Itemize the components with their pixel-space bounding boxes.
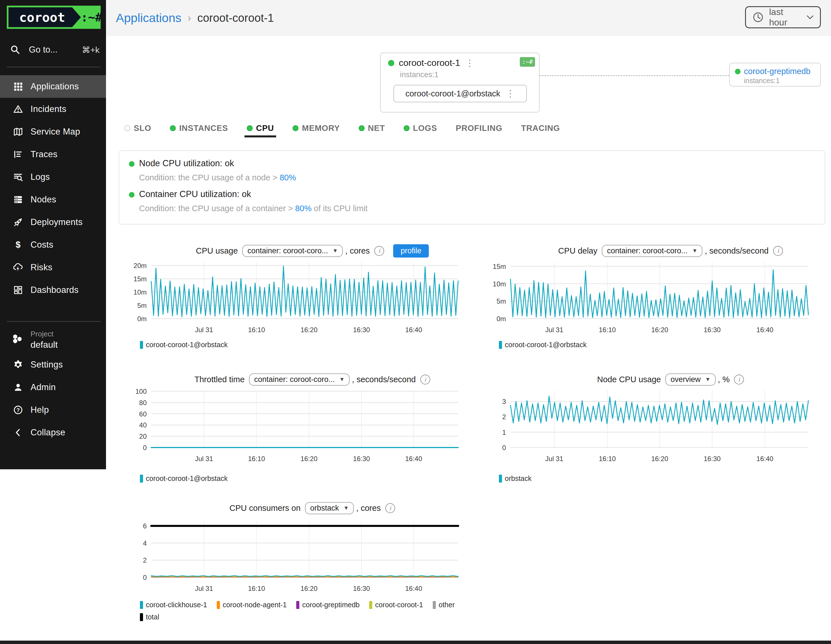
project-switcher[interactable]: Project default bbox=[0, 328, 106, 352]
sidebar-item-costs[interactable]: $Costs bbox=[0, 234, 106, 256]
tab-label: INSTANCES bbox=[179, 124, 228, 133]
x-tick-label: 16:20 bbox=[301, 455, 317, 462]
y-tick-label: 2 bbox=[502, 413, 506, 421]
kebab-menu-icon[interactable]: ⋮ bbox=[465, 59, 474, 68]
status-dot bbox=[388, 60, 394, 66]
tab-instances[interactable]: INSTANCES bbox=[170, 124, 228, 133]
sidebar-item-nodes[interactable]: Nodes bbox=[0, 188, 106, 211]
legend-item-coroot-coroot-1[interactable]: coroot-coroot-1 bbox=[369, 601, 423, 609]
sidebar-item-label: Settings bbox=[30, 360, 63, 370]
project-name: default bbox=[30, 340, 58, 350]
breadcrumb-current: coroot-coroot-1 bbox=[197, 11, 274, 24]
x-tick-label: 16:10 bbox=[599, 455, 616, 462]
tab-cpu[interactable]: CPU bbox=[247, 124, 274, 133]
series-coroot-node-agent-1 bbox=[151, 577, 458, 577]
node-cpu-usage-plot[interactable]: Jul 3116:1016:2016:3016:400123 bbox=[478, 370, 831, 472]
sidebar-item-settings[interactable]: Settings bbox=[0, 353, 106, 376]
tab-logs[interactable]: LOGS bbox=[404, 124, 437, 133]
legend-swatch bbox=[140, 475, 143, 483]
throttled-time-plot[interactable]: Jul 3116:1016:2016:3016:40020406080100 bbox=[119, 370, 473, 472]
x-tick-label: Jul 31 bbox=[545, 455, 564, 462]
sidebar-item-service-map[interactable]: Service Map bbox=[0, 120, 106, 143]
sidebar-item-collapse[interactable]: Collapse bbox=[0, 421, 106, 444]
y-tick-label: 1 bbox=[502, 429, 506, 436]
check-threshold-link[interactable]: 80% bbox=[280, 173, 296, 182]
tab-memory[interactable]: MEMORY bbox=[293, 124, 340, 133]
tab-tracing[interactable]: TRACING bbox=[521, 124, 560, 133]
app-card-coroot-greptimedb[interactable]: coroot-greptimedb instances:1 bbox=[729, 63, 821, 86]
sidebar-item-deployments[interactable]: Deployments bbox=[0, 211, 106, 234]
legend-item-coroot-coroot-1@orbstack[interactable]: coroot-coroot-1@orbstack bbox=[499, 341, 586, 349]
y-tick-label: 10m bbox=[134, 289, 147, 296]
person-icon bbox=[12, 382, 24, 393]
x-tick-label: 16:40 bbox=[756, 455, 773, 462]
legend-item-orbstack[interactable]: orbstack bbox=[499, 474, 532, 483]
legend-item-total[interactable]: total bbox=[140, 613, 159, 621]
checks-panel: Node CPU utilization: okCondition: the C… bbox=[119, 150, 825, 225]
tab-net[interactable]: NET bbox=[359, 124, 385, 133]
legend-item-coroot-clickhouse-1[interactable]: coroot-clickhouse-1 bbox=[140, 601, 207, 609]
y-tick-label: 20 bbox=[139, 432, 147, 440]
instance-pill[interactable]: coroot-coroot-1@orbstack ⋮ bbox=[393, 85, 527, 102]
app-card-coroot-coroot-1[interactable]: coroot-coroot-1 ⋮ :~# instances:1 coroot… bbox=[380, 53, 540, 113]
linked-app-link[interactable]: coroot-greptimedb bbox=[744, 67, 810, 76]
legend-swatch bbox=[140, 341, 143, 349]
time-range-picker[interactable]: last hour bbox=[745, 6, 821, 28]
check-condition: Condition: the CPU usage of a container … bbox=[139, 204, 368, 213]
legend-label: coroot-greptimedb bbox=[302, 601, 360, 609]
legend-item-coroot-node-agent-1[interactable]: coroot-node-agent-1 bbox=[217, 601, 287, 609]
tab-profiling[interactable]: PROFILING bbox=[455, 124, 502, 133]
legend-item-coroot-coroot-1@orbstack[interactable]: coroot-coroot-1@orbstack bbox=[140, 341, 228, 349]
sidebar-item-help[interactable]: ?Help bbox=[0, 399, 106, 421]
coroot-logo[interactable]: coroot :~# bbox=[7, 6, 100, 29]
cpu-delay-plot[interactable]: Jul 3116:1016:2016:3016:400m5m10m15m bbox=[478, 242, 831, 339]
sidebar-item-dashboards[interactable]: Dashboards bbox=[0, 279, 106, 301]
breadcrumb-applications-link[interactable]: Applications bbox=[116, 11, 181, 25]
tab-status-dot bbox=[293, 125, 298, 131]
y-tick-label: 5m bbox=[497, 297, 506, 305]
legend-swatch bbox=[217, 601, 220, 609]
tab-status-dot bbox=[124, 125, 130, 131]
x-tick-label: 16:40 bbox=[405, 326, 422, 333]
series-orbstack bbox=[511, 396, 809, 424]
warning-icon bbox=[12, 104, 24, 115]
x-tick-label: 16:30 bbox=[353, 326, 370, 333]
project-icon bbox=[12, 333, 24, 352]
dependency-connector bbox=[539, 75, 729, 76]
sidebar-item-risks[interactable]: Risks bbox=[0, 256, 106, 279]
legend-item-coroot-greptimedb[interactable]: coroot-greptimedb bbox=[296, 601, 360, 609]
chart-legend: coroot-coroot-1@orbstack bbox=[140, 474, 228, 483]
legend-item-coroot-coroot-1@orbstack[interactable]: coroot-coroot-1@orbstack bbox=[140, 474, 228, 483]
tab-label: CPU bbox=[256, 124, 274, 133]
check-title: Container CPU utilization: ok bbox=[139, 189, 368, 199]
tab-label: PROFILING bbox=[455, 124, 502, 133]
sidebar-item-applications[interactable]: Applications bbox=[0, 75, 106, 98]
sidebar-item-label: Deployments bbox=[30, 217, 83, 227]
sidebar-item-logs[interactable]: Logs bbox=[0, 166, 106, 188]
x-tick-label: 16:10 bbox=[248, 455, 265, 462]
y-tick-label: 3 bbox=[502, 398, 506, 405]
x-tick-label: Jul 31 bbox=[195, 326, 213, 333]
sidebar-item-traces[interactable]: Traces bbox=[0, 143, 106, 166]
legend-item-other[interactable]: other bbox=[433, 601, 455, 609]
sidebar-item-admin[interactable]: Admin bbox=[0, 376, 106, 399]
gear-icon bbox=[12, 359, 24, 370]
check-title: Node CPU utilization: ok bbox=[139, 158, 296, 169]
y-tick-label: 80 bbox=[139, 399, 147, 406]
map-icon bbox=[12, 126, 24, 137]
traces-icon bbox=[12, 149, 24, 160]
tab-slo[interactable]: SLO bbox=[124, 124, 151, 133]
tab-label: NET bbox=[368, 124, 385, 133]
sidebar-item-incidents[interactable]: Incidents bbox=[0, 98, 106, 120]
x-tick-label: 16:30 bbox=[704, 455, 721, 462]
check-threshold-link[interactable]: 80% bbox=[295, 204, 312, 213]
sidebar-item-label: Nodes bbox=[30, 194, 56, 205]
y-tick-label: 0 bbox=[502, 444, 506, 451]
cpu-consumers-plot[interactable]: Jul 3116:1016:2016:3016:400246 bbox=[119, 499, 473, 601]
legend-label: coroot-clickhouse-1 bbox=[146, 601, 207, 609]
goto-search[interactable]: Go to... ⌘+k bbox=[7, 41, 100, 58]
kebab-menu-icon[interactable]: ⋮ bbox=[506, 89, 515, 98]
cpu-usage-plot[interactable]: Jul 3116:1016:2016:3016:400m5m10m15m20m bbox=[119, 242, 473, 339]
y-tick-label: 0m bbox=[137, 315, 147, 322]
x-tick-label: 16:30 bbox=[353, 455, 370, 462]
